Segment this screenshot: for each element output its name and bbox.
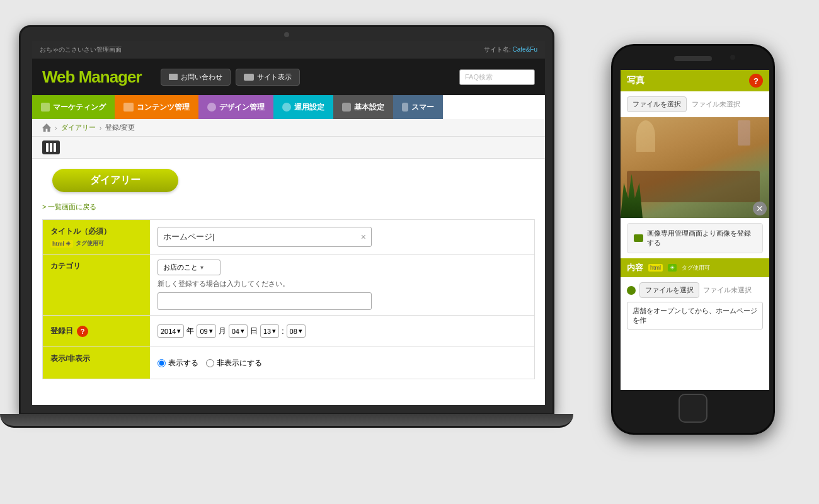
phone-delete-button[interactable]: ✕ — [753, 202, 767, 215]
phone-content-file-label: ファイル未選択 — [703, 285, 752, 295]
tag-text: タグ使用可 — [76, 239, 104, 248]
label-category: カテゴリ — [43, 255, 150, 315]
back-to-list-link[interactable]: 一覧画面に戻る — [42, 202, 535, 212]
admin-bar: おちゃのこさいさい管理画面 サイト名: Cafe&Fu — [32, 41, 545, 59]
field-date: 2014 ▾ 年 09 ▾ 月 04 ▾ — [150, 316, 534, 346]
form-row-visibility: 表示/非表示 表示する 非表示にする — [43, 347, 534, 379]
phone-header: 写真 ? — [621, 70, 769, 91]
nav-marketing[interactable]: マーケティング — [32, 95, 115, 119]
faq-search-input[interactable]: FAQ検索 — [459, 69, 535, 85]
hour-arrow-icon: ▾ — [272, 327, 276, 335]
phone-content-area: ファイルを選択 ファイル未選択 店舗をオープンしてから、ホームページを作 — [621, 277, 769, 335]
month-arrow-icon: ▾ — [209, 327, 213, 335]
chart-icon — [41, 103, 50, 112]
category-select[interactable]: お店のこと ▾ — [158, 260, 220, 275]
date-controls: 2014 ▾ 年 09 ▾ 月 04 ▾ — [158, 324, 527, 338]
phone-title: 写真 — [627, 75, 644, 86]
html-badge: html ☀ — [50, 240, 73, 248]
web-manager-bar: Web Manager お問い合わせ サイト表示 FAQ検索 — [32, 59, 545, 95]
nav-buttons: お問い合わせ サイト表示 — [161, 69, 459, 86]
minute-select[interactable]: 08 ▾ — [287, 324, 306, 338]
table-shape — [627, 171, 760, 202]
phone-content-textarea[interactable]: 店舗をオープンしてから、ホームページを作 — [627, 302, 763, 329]
select-arrow-icon: ▾ — [200, 264, 203, 271]
clear-title-button[interactable]: × — [361, 232, 366, 242]
laptop-camera — [284, 32, 289, 37]
visibility-radio-group: 表示する 非表示にする — [158, 358, 527, 369]
phone-image-container: ✕ — [621, 117, 769, 218]
entry-form: タイトル（必須） html ☀ タグ使用可 ホームページ| × — [42, 219, 535, 379]
breadcrumb-register: 登録/変更 — [105, 123, 135, 132]
contact-button[interactable]: お問い合わせ — [161, 69, 231, 86]
date-help-icon[interactable]: ? — [77, 326, 88, 337]
nav-design[interactable]: デザイン管理 — [198, 95, 273, 119]
label-title: タイトル（必須） html ☀ タグ使用可 — [43, 220, 150, 254]
radio-show[interactable]: 表示する — [158, 358, 198, 369]
nav-operation[interactable]: 運用設定 — [273, 95, 333, 119]
breadcrumb-diary[interactable]: ダイアリー — [61, 123, 96, 132]
form-row-category: カテゴリ お店のこと ▾ 新しく登録する場合は入力してください。 — [43, 255, 534, 316]
monitor-icon — [244, 74, 254, 81]
minute-arrow-icon: ▾ — [299, 327, 302, 335]
nav-basic[interactable]: 基本設定 — [333, 95, 393, 119]
nav-contents[interactable]: コンテンツ管理 — [115, 95, 198, 119]
phone-home-button[interactable] — [679, 394, 707, 423]
phone-file-label: ファイル未選択 — [692, 100, 740, 109]
site-label: サイト名: Cafe&Fu — [484, 45, 537, 54]
phone-file-section: ファイルを選択 ファイル未選択 — [621, 91, 769, 117]
operation-icon — [282, 103, 291, 112]
laptop-body: おちゃのこさいさい管理画面 サイト名: Cafe&Fu Web Manager … — [19, 25, 554, 416]
title-input[interactable]: ホームページ| × — [158, 227, 372, 247]
breadcrumb: › ダイアリー › 登録/変更 — [32, 119, 545, 137]
laptop-device: おちゃのこさいさい管理画面 サイト名: Cafe&Fu Web Manager … — [19, 25, 567, 479]
category-hint: 新しく登録する場合は入力してください。 — [158, 279, 527, 289]
site-name-link[interactable]: Cafe&Fu — [513, 46, 537, 53]
year-arrow-icon: ▾ — [177, 327, 181, 335]
mail-icon — [169, 74, 178, 80]
register-icon — [634, 234, 643, 242]
phone-naiyou-label: 内容 — [627, 262, 643, 273]
phone-html-badge: html — [648, 264, 663, 272]
phone-restaurant-image — [621, 117, 769, 218]
phone-radio-icon[interactable] — [627, 286, 636, 295]
day-select[interactable]: 04 ▾ — [229, 324, 248, 338]
field-visibility: 表示する 非表示にする — [150, 347, 534, 379]
phone-camera — [730, 55, 735, 60]
field-title: ホームページ| × — [150, 220, 534, 254]
admin-text: おちゃのこさいさい管理画面 — [40, 45, 122, 54]
phone-screen: 写真 ? ファイルを選択 ファイル未選択 ✕ — [621, 70, 769, 390]
toolbar-icon-btn[interactable] — [42, 140, 60, 154]
nav-smart[interactable]: スマー — [393, 95, 443, 119]
laptop-base — [0, 414, 573, 428]
phone-content-file-btn[interactable]: ファイルを選択 — [639, 282, 699, 298]
radio-hide[interactable]: 非表示にする — [206, 358, 262, 369]
site-view-button[interactable]: サイト表示 — [236, 69, 300, 86]
hour-select[interactable]: 13 ▾ — [260, 324, 279, 338]
label-date: 登録日 ? — [43, 316, 150, 346]
phone-file-button[interactable]: ファイルを選択 — [627, 96, 687, 112]
month-select[interactable]: 09 ▾ — [197, 324, 215, 338]
label-visibility: 表示/非表示 — [43, 347, 150, 379]
phone-device: 写真 ? ファイルを選択 ファイル未選択 ✕ — [611, 44, 794, 460]
diary-title-button[interactable]: ダイアリー — [52, 169, 178, 192]
form-row-title: タイトル（必須） html ☀ タグ使用可 ホームページ| × — [43, 220, 534, 255]
phone-speaker — [674, 56, 712, 61]
settings-icon — [342, 103, 351, 112]
phone-register-button[interactable]: 画像専用管理画面より画像を登録する — [627, 223, 763, 253]
new-category-input[interactable] — [158, 292, 372, 310]
day-arrow-icon: ▾ — [241, 327, 244, 335]
main-nav: マーケティング コンテンツ管理 デザイン管理 運用設定 基本設定 — [32, 95, 545, 119]
form-row-date: 登録日 ? 2014 ▾ 年 09 ▾ — [43, 316, 534, 347]
home-icon[interactable] — [42, 123, 51, 132]
toolbar — [32, 137, 545, 159]
phone-help-button[interactable]: ? — [749, 74, 763, 88]
phone-icon — [402, 103, 408, 112]
field-category: お店のこと ▾ 新しく登録する場合は入力してください。 — [150, 255, 534, 315]
content-icon — [123, 103, 134, 112]
hanger-shape — [738, 120, 750, 146]
logo: Web Manager — [42, 67, 142, 87]
diary-section: ダイアリー — [32, 159, 545, 202]
lamp-shape — [636, 120, 655, 152]
year-select[interactable]: 2014 ▾ — [158, 324, 184, 338]
phone-naiyou-header: 内容 html ☀ タグ使用可 — [621, 258, 769, 277]
